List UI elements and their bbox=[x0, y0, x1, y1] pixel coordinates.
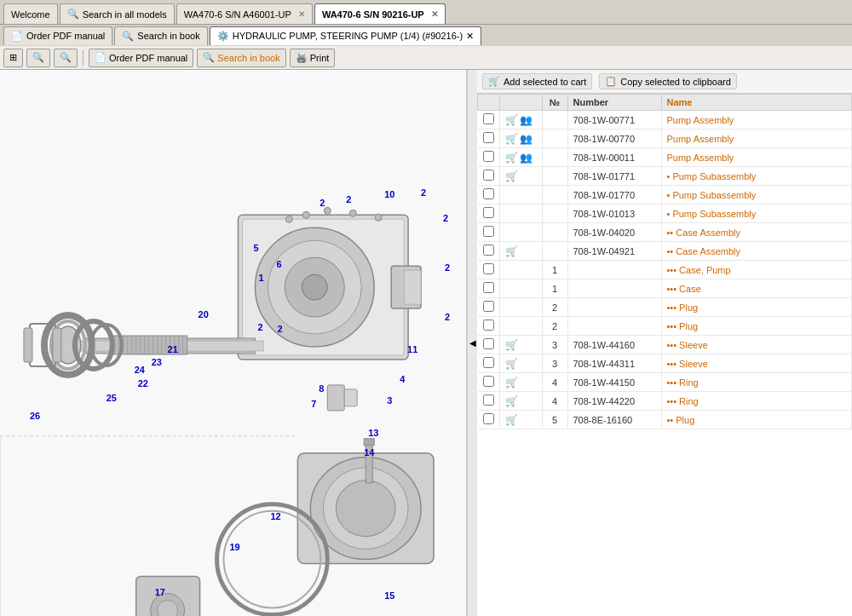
part-num-19: 19 bbox=[230, 542, 240, 552]
part-num-10: 10 bbox=[384, 189, 394, 199]
row-part-name[interactable]: •• Case Assembly bbox=[661, 223, 852, 242]
zoom-out-btn[interactable]: ⊞ bbox=[3, 49, 23, 67]
row-checkbox[interactable] bbox=[483, 263, 494, 274]
row-part-number: 708-1W-00011 bbox=[567, 148, 661, 167]
row-part-name[interactable]: ••• Plug bbox=[661, 317, 852, 336]
copy-clipboard-btn[interactable]: 📋 Copy selected to clipboard bbox=[599, 73, 737, 89]
row-part-name[interactable]: •• Plug bbox=[661, 411, 852, 429]
print-btn[interactable]: 🖨️ Print bbox=[290, 49, 336, 67]
row-part-number: 708-1W-00771 bbox=[567, 111, 661, 130]
group-icon[interactable]: 👥 bbox=[520, 152, 532, 164]
tab-wa470-a46[interactable]: WA470-6 S/N A46001-UP ✕ bbox=[176, 3, 313, 24]
row-checkbox[interactable] bbox=[483, 282, 494, 293]
row-part-name[interactable]: • Pump Subassembly bbox=[661, 186, 852, 204]
tab2-order-pdf[interactable]: 📄 Order PDF manual bbox=[3, 26, 112, 45]
panel-collapse-arrow[interactable]: ◀ bbox=[467, 70, 477, 616]
cart-icon-green[interactable]: 🛒 bbox=[505, 339, 518, 351]
cart-icon-green[interactable]: 🛒 bbox=[505, 414, 518, 426]
tab2-search-book[interactable]: 🔍 Search in book bbox=[114, 26, 207, 45]
row-part-number: 708-1W-01771 bbox=[567, 167, 661, 186]
table-row: 🛒👥708-1W-00770Pump Assembly bbox=[478, 130, 852, 148]
group-icon[interactable]: 👥 bbox=[520, 114, 532, 126]
row-part-name[interactable]: ••• Ring bbox=[661, 373, 852, 392]
zoom-out-icon-btn[interactable]: 🔍 bbox=[54, 49, 78, 67]
row-icons: 🛒 bbox=[499, 167, 542, 186]
part-num-23: 23 bbox=[152, 357, 162, 367]
group-icon[interactable]: 👥 bbox=[520, 133, 532, 145]
row-checkbox[interactable] bbox=[483, 413, 494, 424]
row-checkbox[interactable] bbox=[483, 376, 494, 387]
tab-wa470-90-close[interactable]: ✕ bbox=[431, 9, 438, 19]
search-book-icon: 🔍 bbox=[122, 31, 134, 42]
col-header-check bbox=[478, 95, 500, 111]
row-checkbox[interactable] bbox=[483, 338, 494, 349]
row-checkbox[interactable] bbox=[483, 357, 494, 368]
tab2-hydraulic[interactable]: ⚙️ HYDRAULIC PUMP, STEERING PUMP (1/4) (… bbox=[210, 26, 481, 45]
add-to-cart-btn[interactable]: 🛒 Add selected to cart bbox=[482, 73, 592, 89]
row-part-name[interactable]: Pump Assembly bbox=[661, 130, 852, 148]
tab2-hydraulic-close[interactable]: ✕ bbox=[466, 31, 474, 42]
cart-icon-green[interactable]: 🛒 bbox=[505, 395, 518, 407]
part-num-17a: 17 bbox=[155, 587, 165, 597]
cart-icon-green[interactable]: 🛒 bbox=[505, 358, 518, 370]
row-sequence-num: 3 bbox=[542, 354, 567, 373]
row-checkbox[interactable] bbox=[483, 132, 494, 143]
row-part-name[interactable]: ••• Sleeve bbox=[661, 354, 852, 373]
row-checkbox[interactable] bbox=[483, 170, 494, 181]
row-part-number: 708-1W-00770 bbox=[567, 130, 661, 148]
cart-icon-green[interactable]: 🛒 bbox=[505, 152, 518, 164]
svg-point-6 bbox=[302, 274, 327, 300]
search-book-btn[interactable]: 🔍 Search in book bbox=[197, 49, 285, 67]
row-checkbox[interactable] bbox=[483, 394, 494, 406]
row-part-name[interactable]: ••• Plug bbox=[661, 298, 852, 317]
row-checkbox[interactable] bbox=[483, 320, 494, 331]
row-part-name[interactable]: Pump Assembly bbox=[661, 111, 852, 130]
row-part-name[interactable]: • Pump Subassembly bbox=[661, 204, 852, 223]
row-part-name[interactable]: ••• Ring bbox=[661, 392, 852, 411]
table-row: 1••• Case, Pump bbox=[478, 261, 852, 279]
cart-icon-green[interactable]: 🛒 bbox=[505, 377, 518, 389]
row-part-number: 708-1W-44220 bbox=[567, 392, 661, 411]
cart-icon-green[interactable]: 🛒 bbox=[505, 170, 518, 182]
cart-icon-green[interactable]: 🛒 bbox=[505, 133, 518, 145]
row-part-name[interactable]: ••• Sleeve bbox=[661, 336, 852, 354]
part-num-12: 12 bbox=[270, 511, 280, 521]
order-pdf-label: Order PDF manual bbox=[109, 53, 187, 63]
zoom-in-btn[interactable]: 🔍 bbox=[26, 49, 50, 67]
row-checkbox[interactable] bbox=[483, 113, 494, 124]
row-sequence-num bbox=[542, 242, 567, 261]
tab-search-all[interactable]: 🔍 Search in all models bbox=[60, 3, 175, 24]
cart-icon-green[interactable]: 🛒 bbox=[505, 114, 518, 126]
row-part-name[interactable]: ••• Case bbox=[661, 279, 852, 298]
row-checkbox[interactable] bbox=[483, 245, 494, 256]
svg-rect-55 bbox=[364, 439, 374, 446]
tab-wa470-90[interactable]: WA470-6 S/N 90216-UP ✕ bbox=[314, 3, 446, 24]
diagram-panel: 2 2 10 2 2 2 2 5 6 1 2 11 7 8 3 4 2 20 2… bbox=[0, 70, 467, 616]
order-pdf-btn[interactable]: 📄 Order PDF manual bbox=[89, 49, 193, 67]
cart-icon-green[interactable]: 🛒 bbox=[505, 245, 518, 257]
part-num-2g: 2 bbox=[257, 322, 262, 332]
row-part-name[interactable]: ••• Case, Pump bbox=[661, 261, 852, 279]
zoom-in-icon: 🔍 bbox=[32, 52, 44, 63]
row-part-name[interactable]: • Pump Subassembly bbox=[661, 167, 852, 186]
row-checkbox[interactable] bbox=[483, 151, 494, 162]
search-icon: 🔍 bbox=[67, 9, 79, 20]
part-num-2e: 2 bbox=[445, 262, 450, 273]
tab-welcome[interactable]: Welcome bbox=[3, 3, 58, 24]
row-icons: 🛒 bbox=[499, 392, 542, 411]
svg-rect-34 bbox=[53, 328, 61, 362]
row-icons bbox=[499, 223, 542, 242]
row-checkbox[interactable] bbox=[483, 301, 494, 312]
row-part-name[interactable]: Pump Assembly bbox=[661, 148, 852, 167]
parts-table-container: № Number Name 🛒👥708-1W-00771Pump Assembl… bbox=[477, 94, 852, 616]
tab-wa470-a46-close[interactable]: ✕ bbox=[298, 9, 305, 19]
row-checkbox[interactable] bbox=[483, 226, 494, 237]
row-sequence-num: 2 bbox=[542, 317, 567, 336]
tab-bar-1: Welcome 🔍 Search in all models WA470-6 S… bbox=[0, 0, 852, 24]
row-icons: 🛒 bbox=[499, 373, 542, 392]
row-icons bbox=[499, 204, 542, 223]
row-icons: 🛒👥 bbox=[499, 130, 542, 148]
row-checkbox[interactable] bbox=[483, 188, 494, 199]
row-checkbox[interactable] bbox=[483, 207, 494, 218]
row-part-name[interactable]: •• Case Assembly bbox=[661, 242, 852, 261]
